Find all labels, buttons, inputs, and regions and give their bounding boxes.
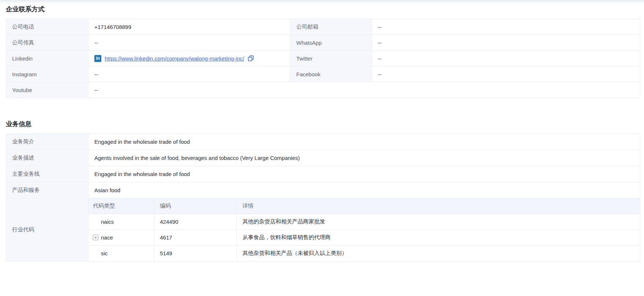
- company-detail-page: 企业联系方式 公司电话 +17146708899 公司邮箱 -- 公司传真 --…: [0, 0, 644, 262]
- code-type-naics: naics: [101, 219, 114, 225]
- field-value-instagram: --: [88, 66, 290, 82]
- code-value-naics: 424490: [154, 214, 236, 230]
- field-value-youtube: --: [88, 82, 640, 98]
- field-label-whatsapp: WhatsApp: [290, 35, 372, 51]
- field-label-instagram: Instagram: [6, 66, 88, 82]
- linkedin-icon: in: [94, 55, 101, 62]
- table-row: sic 5149 其他杂货和相关产品（未被归入以上类别）: [88, 245, 640, 261]
- linkedin-link-group: in https://www.linkedin.com/company/walo…: [94, 55, 284, 62]
- column-header-code-type: 代码类型: [88, 198, 154, 214]
- field-label-biz-brief: 业务简介: [6, 134, 88, 150]
- field-value-biz-description: Agents involved in the sale of food, bev…: [88, 150, 640, 166]
- code-type-sic: sic: [101, 250, 108, 256]
- table-row: 业务简介 Engaged in the wholesale trade of f…: [6, 134, 640, 150]
- industry-codes-table: 代码类型 编码 详情 naics: [88, 198, 640, 261]
- table-row: 行业代码 代码类型 编码 详情: [6, 198, 640, 262]
- field-value-main-lines: Engaged in the wholesale trade of food: [88, 166, 640, 182]
- column-header-detail: 详情: [236, 198, 640, 214]
- table-row: naics 424490 其他的杂货店和相关产品商家批发: [88, 214, 640, 230]
- business-section-title: 业务信息: [6, 115, 640, 128]
- field-label-fax: 公司传真: [6, 35, 88, 51]
- copy-icon[interactable]: [247, 55, 254, 62]
- field-label-biz-description: 业务描述: [6, 150, 88, 166]
- field-value-fax: --: [88, 35, 290, 51]
- code-value-nace: 4617: [154, 230, 236, 245]
- table-row: Instagram -- Facebook --: [6, 66, 640, 82]
- table-row: Youtube --: [6, 82, 640, 98]
- field-value-phone: +17146708899: [88, 19, 290, 35]
- field-value-facebook: --: [372, 66, 640, 82]
- linkedin-url-link[interactable]: https://www.linkedin.com/company/walong-…: [105, 55, 244, 62]
- code-value-sic: 5149: [154, 245, 236, 261]
- field-label-phone: 公司电话: [6, 19, 88, 35]
- field-value-whatsapp: --: [372, 35, 640, 51]
- field-label-industry-codes: 行业代码: [6, 198, 88, 262]
- business-table: 业务简介 Engaged in the wholesale trade of f…: [6, 134, 640, 262]
- table-row: Linkedin in https://www.linkedin.com/com…: [6, 51, 640, 66]
- field-label-twitter: Twitter: [290, 51, 372, 66]
- table-header-row: 代码类型 编码 详情: [88, 198, 640, 214]
- table-row: + nace 4617 从事食品，饮料和烟草销售的代理商: [88, 230, 640, 245]
- field-label-email: 公司邮箱: [290, 19, 372, 35]
- field-label-main-lines: 主要业务线: [6, 166, 88, 182]
- field-label-youtube: Youtube: [6, 82, 88, 98]
- field-value-email: --: [372, 19, 640, 35]
- field-label-facebook: Facebook: [290, 66, 372, 82]
- expand-icon[interactable]: +: [93, 235, 98, 240]
- field-label-products-services: 产品和服务: [6, 182, 88, 198]
- field-value-twitter: --: [372, 51, 640, 66]
- contact-section-title: 企业联系方式: [6, 0, 640, 14]
- contact-table: 公司电话 +17146708899 公司邮箱 -- 公司传真 -- WhatsA…: [6, 19, 640, 98]
- table-row: 公司传真 -- WhatsApp --: [6, 35, 640, 51]
- column-header-code: 编码: [154, 198, 236, 214]
- field-value-products-services: Asian food: [88, 182, 640, 198]
- code-detail-naics: 其他的杂货店和相关产品商家批发: [236, 214, 640, 230]
- code-detail-nace: 从事食品，饮料和烟草销售的代理商: [236, 230, 640, 245]
- table-row: 产品和服务 Asian food: [6, 182, 640, 198]
- table-row: 业务描述 Agents involved in the sale of food…: [6, 150, 640, 166]
- field-value-biz-brief: Engaged in the wholesale trade of food: [88, 134, 640, 150]
- table-row: 公司电话 +17146708899 公司邮箱 --: [6, 19, 640, 35]
- field-label-linkedin: Linkedin: [6, 51, 88, 66]
- code-type-nace: nace: [101, 234, 113, 241]
- code-detail-sic: 其他杂货和相关产品（未被归入以上类别）: [236, 245, 640, 261]
- table-row: 主要业务线 Engaged in the wholesale trade of …: [6, 166, 640, 182]
